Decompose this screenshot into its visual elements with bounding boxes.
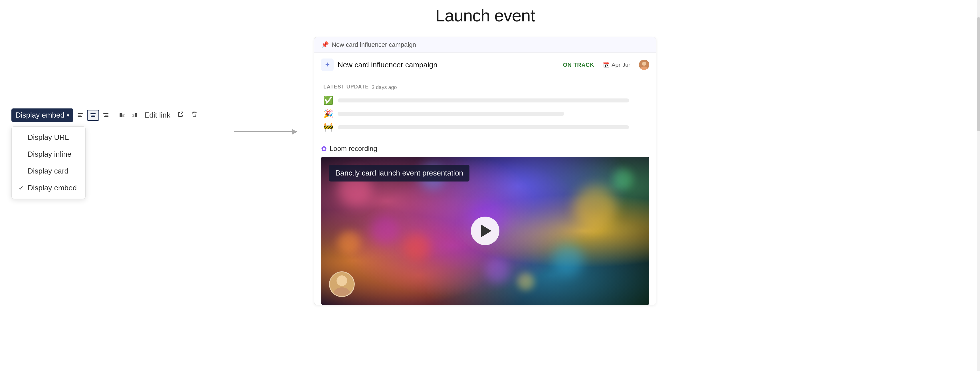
svg-rect-11 [123,115,124,116]
play-button[interactable] [471,217,500,245]
video-title-overlay: Banc.ly card launch event presentation [329,165,469,182]
display-embed-button[interactable]: Display embed ▾ [11,108,73,122]
toolbar: Display embed ▾ [11,108,200,122]
edit-link-label: Edit link [145,111,170,119]
arrow-line [234,131,297,132]
svg-rect-6 [103,113,108,114]
presenter-thumbnail [329,271,355,297]
delete-button[interactable] [188,109,200,121]
svg-rect-2 [78,116,82,117]
left-panel: Display embed ▾ [0,0,228,371]
campaign-star-icon: ✦ [325,61,330,68]
bokeh-3 [574,186,616,229]
latest-update-section: LATEST UPDATE 3 days ago ✅ 🎉 🚧 [314,77,656,139]
svg-rect-5 [91,116,95,117]
delete-icon [191,111,198,118]
loom-title: Loom recording [329,145,377,153]
check-circle-icon: ✅ [323,96,334,105]
align-left-button[interactable] [75,110,86,120]
svg-rect-7 [105,115,108,116]
avatar [639,60,649,70]
svg-rect-9 [119,113,122,117]
notification-bar: 📌 New card influencer campaign [314,37,656,53]
bokeh-8 [403,234,430,261]
svg-rect-8 [104,116,108,117]
dropdown-item-embed-label: Display embed [28,183,77,193]
align-left-icon [77,112,83,118]
align-full-right-button[interactable] [129,110,140,120]
edit-link-button[interactable]: Edit link [142,109,173,121]
construction-icon: 🚧 [323,123,334,132]
bokeh-6 [552,244,584,275]
dropdown-item-card-label: Display card [28,167,68,175]
campaign-title: New card influencer campaign [337,61,559,69]
open-external-icon [177,111,184,118]
display-embed-label: Display embed [16,111,65,119]
arrow-indicator [234,131,297,132]
align-full-left-button[interactable] [116,110,128,120]
loom-section: ✿ Loom recording [314,139,656,305]
date-range-text: Apr-Jun [612,62,632,68]
svg-rect-0 [78,113,83,114]
update-bar-1 [337,99,629,102]
video-title-text: Banc.ly card launch event presentation [335,169,463,177]
latest-update-label: LATEST UPDATE [323,84,369,90]
play-triangle-icon [481,225,492,237]
campaign-card: 📌 New card influencer campaign ✦ New car… [314,37,656,305]
dropdown-item-inline-label: Display inline [28,150,72,159]
align-right-icon [103,112,109,118]
svg-rect-12 [123,116,124,117]
loom-header: ✿ Loom recording [321,145,649,153]
update-row-2: 🎉 [323,109,647,118]
svg-rect-10 [123,114,125,115]
presenter-avatar [330,271,354,296]
align-right-button[interactable] [100,110,111,120]
display-mode-dropdown: Display URL Display inline Display card … [11,126,86,199]
bokeh-9 [613,169,633,189]
notification-icon: 📌 [321,41,329,49]
bokeh-4 [371,216,399,245]
campaign-icon: ✦ [321,59,334,71]
svg-point-21 [336,275,347,286]
svg-rect-13 [135,113,137,117]
toolbar-divider [114,111,114,119]
svg-rect-1 [78,115,81,116]
svg-rect-4 [91,115,95,116]
dropdown-item-url-label: Display URL [28,133,69,142]
svg-point-18 [642,62,646,65]
scrollbar[interactable] [977,0,980,371]
calendar-icon: 📅 [603,61,610,68]
align-full-right-icon [132,112,138,118]
on-track-badge: ON TRACK [563,62,594,68]
svg-rect-14 [132,114,134,115]
update-bar-3 [337,125,629,129]
bokeh-11 [485,259,509,283]
bokeh-5 [337,231,360,254]
date-range: 📅 Apr-Jun [603,61,632,68]
dropdown-item-card[interactable]: Display card [12,163,85,180]
user-avatar [639,60,649,70]
days-ago: 3 days ago [372,84,397,91]
bokeh-10 [517,273,535,290]
update-row-3: 🚧 [323,123,647,132]
party-popper-icon: 🎉 [323,109,334,118]
right-panel: Launch event 📌 New card influencer campa… [314,6,656,305]
align-center-icon [90,112,96,118]
svg-rect-15 [133,115,134,116]
dropdown-item-url[interactable]: Display URL [12,129,85,146]
video-container[interactable]: Banc.ly card launch event presentation [321,157,649,305]
align-full-left-icon [119,112,125,118]
update-row-1: ✅ [323,96,647,105]
check-mark-icon: ✓ [19,184,24,192]
notification-text: New card influencer campaign [332,41,416,49]
dropdown-item-embed[interactable]: ✓ Display embed [12,180,85,196]
loom-icon: ✿ [321,145,327,153]
align-center-button[interactable] [87,110,99,121]
scrollbar-thumb[interactable] [977,17,980,131]
svg-rect-3 [91,113,95,114]
update-rows: ✅ 🎉 🚧 [323,96,647,132]
campaign-header: ✦ New card influencer campaign ON TRACK … [314,53,656,77]
dropdown-item-inline[interactable]: Display inline [12,146,85,163]
page-title: Launch event [314,6,656,25]
open-external-button[interactable] [174,109,187,121]
